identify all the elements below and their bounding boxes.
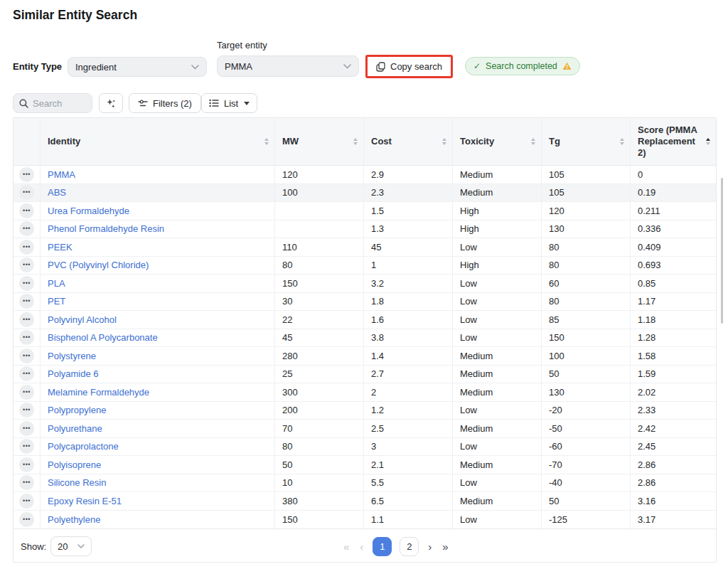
ai-sparkles-button[interactable] <box>99 93 123 113</box>
tg-cell: 80 <box>542 257 631 275</box>
row-menu-button[interactable]: ••• <box>19 167 34 182</box>
table-row: ••• PEEK 110 45 Low 80 0.409 <box>14 238 716 257</box>
identity-link[interactable]: Polyamide 6 <box>48 368 99 379</box>
copy-search-label: Copy search <box>390 61 442 72</box>
table-row: ••• Polycaprolactone 80 3 Low -60 2.45 <box>14 438 716 457</box>
mw-cell: 380 <box>275 492 364 511</box>
copy-search-button[interactable]: Copy search <box>368 58 450 75</box>
score-cell: 0 <box>631 166 716 184</box>
header-tg[interactable]: Tg <box>542 118 631 166</box>
ellipsis-icon: ••• <box>23 317 31 323</box>
identity-link[interactable]: Polyisoprene <box>48 459 101 470</box>
next-page-button[interactable]: › <box>427 541 433 552</box>
sort-icon <box>353 138 358 145</box>
status-badge-label: Search completed <box>486 61 557 71</box>
table-row: ••• Phenol Formaldehyde Resin 1.3 High 1… <box>14 220 716 239</box>
table-row: ••• PET 30 1.8 Low 80 1.17 <box>14 293 716 312</box>
row-menu-button[interactable]: ••• <box>19 221 34 236</box>
identity-link[interactable]: Silicone Resin <box>48 477 106 488</box>
toxicity-cell: Low <box>453 311 542 329</box>
toxicity-cell: High <box>453 257 542 275</box>
tg-cell: -20 <box>542 402 631 420</box>
identity-link[interactable]: Polyurethane <box>48 423 102 434</box>
cost-cell: 2.9 <box>364 166 453 184</box>
row-menu-button[interactable]: ••• <box>19 257 34 272</box>
first-page-button[interactable]: « <box>342 541 350 552</box>
row-menu-button[interactable]: ••• <box>19 240 34 255</box>
identity-link[interactable]: PMMA <box>48 169 75 180</box>
mw-cell: 10 <box>275 474 364 493</box>
row-menu-button[interactable]: ••• <box>19 349 34 363</box>
row-menu-button[interactable]: ••• <box>19 312 34 327</box>
target-entity-select[interactable]: PMMA <box>217 55 359 77</box>
table-row: ••• Urea Formaldehyde 1.5 High 120 0.211 <box>14 202 716 220</box>
page-size-select[interactable]: 20 <box>50 536 92 556</box>
target-entity-label: Target entity <box>217 40 267 50</box>
page-2-button[interactable]: 2 <box>400 537 419 556</box>
identity-link[interactable]: Phenol Formaldehyde Resin <box>48 223 164 234</box>
page-1-button[interactable]: 1 <box>373 537 392 556</box>
row-menu-button[interactable]: ••• <box>19 366 34 381</box>
identity-link[interactable]: Polycaprolactone <box>48 441 119 452</box>
entity-type-value: Ingredient <box>75 62 117 73</box>
pagination: « ‹ 1 2 › » <box>342 536 450 556</box>
row-menu-button[interactable]: ••• <box>19 203 34 218</box>
header-mw[interactable]: MW <box>275 118 364 166</box>
ellipsis-icon: ••• <box>23 479 31 486</box>
search-input-box[interactable] <box>13 93 92 113</box>
last-page-button[interactable]: » <box>441 541 449 552</box>
row-menu-button[interactable]: ••• <box>19 512 34 527</box>
row-menu-button[interactable]: ••• <box>19 385 34 400</box>
search-icon <box>19 99 28 108</box>
ellipsis-icon: ••• <box>23 371 31 377</box>
ellipsis-icon: ••• <box>23 443 31 450</box>
header-identity[interactable]: Identity <box>41 118 275 166</box>
row-menu-button[interactable]: ••• <box>19 439 34 454</box>
entity-type-select[interactable]: Ingredient <box>68 57 207 77</box>
sort-icon <box>531 138 535 145</box>
header-cost[interactable]: Cost <box>364 118 453 166</box>
cost-cell: 6.5 <box>364 492 453 511</box>
cost-cell: 2.7 <box>364 366 453 384</box>
chevron-down-icon <box>343 64 351 69</box>
vertical-scrollbar[interactable] <box>721 178 723 324</box>
identity-link[interactable]: Epoxy Resin E-51 <box>48 496 122 506</box>
identity-link[interactable]: Polyethylene <box>48 514 100 525</box>
score-cell: 2.42 <box>631 420 716 438</box>
tg-cell: 120 <box>542 202 631 220</box>
row-menu-button[interactable]: ••• <box>19 494 34 509</box>
row-menu-button[interactable]: ••• <box>19 457 34 472</box>
identity-link[interactable]: Melamine Formaldehyde <box>48 387 149 398</box>
identity-link[interactable]: PVC (Polyvinyl Chloride) <box>48 260 149 270</box>
identity-link[interactable]: ABS <box>48 187 66 198</box>
table-row: ••• Polyurethane 70 2.5 Medium -50 2.42 <box>14 420 716 438</box>
list-view-button[interactable]: List <box>201 93 257 113</box>
prev-page-button[interactable]: ‹ <box>358 541 365 552</box>
search-input[interactable] <box>33 98 88 109</box>
row-menu-button[interactable]: ••• <box>19 276 34 291</box>
identity-link[interactable]: Polypropylene <box>48 405 106 415</box>
header-toxicity[interactable]: Toxicity <box>453 118 542 166</box>
table-row: ••• Polystyrene 280 1.4 Medium 100 1.58 <box>14 347 716 366</box>
row-menu-button[interactable]: ••• <box>19 421 34 436</box>
identity-link[interactable]: Polystyrene <box>48 351 96 361</box>
identity-link[interactable]: PET <box>48 296 65 307</box>
ellipsis-icon: ••• <box>23 334 31 341</box>
row-menu-button[interactable]: ••• <box>19 185 34 200</box>
identity-link[interactable]: Bisphenol A Polycarbonate <box>48 332 158 343</box>
row-menu-button[interactable]: ••• <box>19 403 34 418</box>
score-cell: 1.18 <box>631 311 716 329</box>
row-menu-button[interactable]: ••• <box>19 294 34 309</box>
row-menu-button[interactable]: ••• <box>19 475 34 490</box>
cost-cell: 1.8 <box>364 293 453 312</box>
row-menu-button[interactable]: ••• <box>19 330 34 345</box>
identity-link[interactable]: Urea Formaldehyde <box>48 206 129 216</box>
identity-link[interactable]: PEEK <box>48 242 73 252</box>
table-row: ••• PVC (Polyvinyl Chloride) 80 1 High 8… <box>14 257 716 275</box>
ellipsis-icon: ••• <box>23 262 31 268</box>
header-score[interactable]: Score (PMMA Replacement 2) <box>631 118 716 166</box>
identity-link[interactable]: PLA <box>48 278 65 289</box>
filters-button[interactable]: Filters (2) <box>129 93 201 113</box>
identity-link[interactable]: Polyvinyl Alcohol <box>48 314 117 325</box>
mw-cell: 100 <box>275 184 364 203</box>
